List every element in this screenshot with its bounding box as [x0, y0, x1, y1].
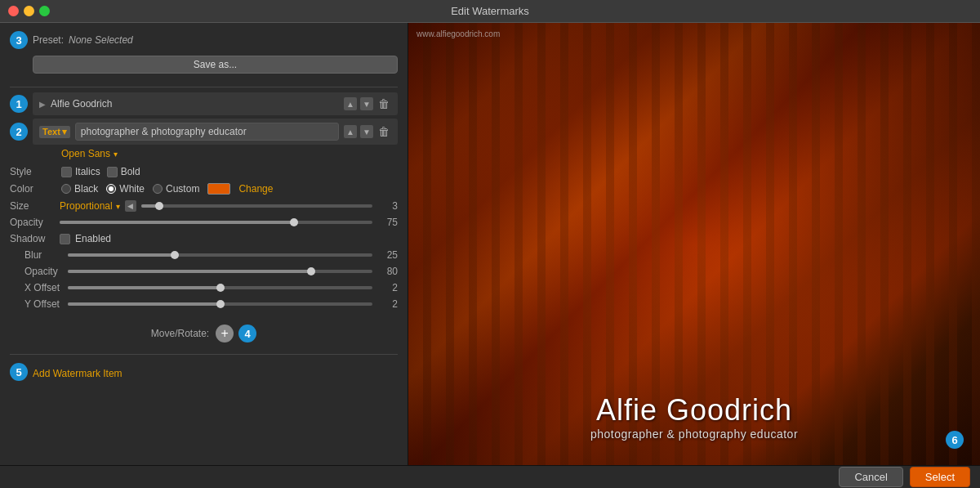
- x-offset-label: X Offset: [10, 282, 63, 293]
- shadow-opacity-slider-fill: [68, 270, 311, 273]
- shadow-header: Shadow Enabled: [10, 233, 398, 244]
- item-1-controls: ▲ ▼ 🗑: [344, 96, 391, 111]
- size-mode-text: Proportional: [60, 200, 113, 212]
- y-offset-label: Y Offset: [10, 298, 63, 310]
- color-radio-group: Black White Custom Change: [61, 183, 273, 195]
- color-white-option[interactable]: White: [106, 183, 145, 195]
- size-slider-thumb[interactable]: [155, 202, 163, 210]
- cancel-button[interactable]: Cancel: [839, 467, 902, 487]
- badge-5: 5: [10, 363, 28, 381]
- style-row: Style Italics Bold: [10, 166, 398, 177]
- watermark-name: Alfie Goodrich: [590, 393, 798, 428]
- x-offset-row: X Offset 2: [10, 282, 398, 293]
- size-label: Size: [10, 200, 55, 212]
- opacity-label: Opacity: [10, 217, 55, 228]
- add-watermark-item[interactable]: Add Watermark Item: [33, 368, 122, 379]
- shadow-opacity-label: Opacity: [10, 266, 63, 277]
- y-offset-slider-track[interactable]: [68, 302, 372, 306]
- radio-white-icon: [106, 184, 116, 194]
- badge-2: 2: [10, 123, 28, 141]
- y-offset-slider-thumb[interactable]: [216, 300, 225, 308]
- shadow-enabled-label: Enabled: [75, 233, 111, 244]
- item-1-down[interactable]: ▼: [360, 97, 373, 110]
- move-rotate-button[interactable]: +: [216, 325, 234, 342]
- shadow-opacity-slider-track[interactable]: [68, 270, 372, 273]
- main-layout: 3 Preset: None Selected Save as... 1 ▶ A…: [0, 23, 980, 465]
- select-button[interactable]: Select: [910, 467, 970, 487]
- shadow-opacity-row: Opacity 80: [10, 266, 398, 277]
- watermark-subtitle: photographer & photography educator: [590, 428, 798, 441]
- size-slider-track[interactable]: [141, 204, 372, 208]
- size-value: 3: [377, 200, 398, 212]
- color-row: Color Black White Custom Change: [10, 183, 398, 195]
- minimize-button[interactable]: [24, 6, 34, 16]
- x-offset-slider-fill: [68, 286, 220, 289]
- window-title: Edit Watermarks: [451, 5, 529, 17]
- preset-row: 3 Preset: None Selected: [10, 31, 398, 49]
- blur-slider-thumb[interactable]: [171, 251, 179, 259]
- y-offset-row: Y Offset 2: [10, 298, 398, 310]
- blur-row: Blur 25: [10, 249, 398, 261]
- badge-6: 6: [946, 431, 964, 449]
- x-offset-slider-thumb[interactable]: [216, 284, 225, 292]
- size-mode-chevron-icon: ▾: [116, 202, 120, 211]
- x-offset-value: 2: [377, 282, 398, 293]
- bottom-bar: Cancel Select: [0, 465, 980, 488]
- left-panel: 3 Preset: None Selected Save as... 1 ▶ A…: [0, 23, 408, 465]
- shadow-opacity-value: 80: [377, 266, 398, 277]
- opacity-row: Opacity 75: [10, 217, 398, 228]
- size-decrease-btn[interactable]: ◀: [125, 200, 136, 212]
- text-type-badge: Text ▾: [39, 126, 70, 138]
- style-label: Style: [10, 166, 55, 177]
- watermark-item-2[interactable]: Text ▾ ▲ ▼ 🗑: [33, 119, 398, 145]
- color-swatch[interactable]: [207, 183, 230, 195]
- item-2-up[interactable]: ▲: [344, 125, 357, 138]
- watermark-url: www.alfiegoodrich.com: [416, 29, 500, 38]
- blur-slider-track[interactable]: [68, 253, 372, 257]
- preset-value: None Selected: [69, 34, 133, 46]
- item-2-down[interactable]: ▼: [360, 125, 373, 138]
- shadow-label: Shadow: [10, 233, 55, 244]
- radio-custom-icon: [153, 184, 163, 194]
- y-offset-value: 2: [377, 298, 398, 310]
- blur-value: 25: [377, 249, 398, 261]
- font-row: Open Sans ▾: [10, 148, 398, 159]
- shadow-opacity-slider-thumb[interactable]: [307, 267, 315, 275]
- color-black-option[interactable]: Black: [61, 183, 98, 195]
- bold-checkbox[interactable]: Bold: [107, 166, 140, 177]
- x-offset-slider-track[interactable]: [68, 286, 372, 289]
- size-mode-dropdown[interactable]: Proportional ▾: [60, 200, 120, 212]
- italics-checkbox[interactable]: Italics: [61, 166, 100, 177]
- badge-4: 4: [238, 325, 256, 342]
- item-1-delete[interactable]: 🗑: [376, 96, 391, 111]
- shadow-enabled-check-icon[interactable]: [60, 234, 70, 244]
- item-2-delete[interactable]: 🗑: [376, 124, 391, 139]
- title-bar: Edit Watermarks: [0, 0, 980, 23]
- item-1-up[interactable]: ▲: [344, 97, 357, 110]
- watermark-overlay: Alfie Goodrich photographer & photograph…: [590, 393, 798, 441]
- preview-panel: www.alfiegoodrich.com Alfie Goodrich pho…: [408, 23, 980, 465]
- text-input[interactable]: [75, 123, 339, 141]
- window-controls: [8, 6, 50, 16]
- opacity-slider-track[interactable]: [60, 221, 372, 224]
- shadow-section: Shadow Enabled Blur 25 Opacity: [10, 233, 398, 315]
- close-button[interactable]: [8, 6, 19, 16]
- badge-1: 1: [10, 95, 28, 113]
- maximize-button[interactable]: [39, 6, 50, 16]
- radio-selected-indicator: [109, 186, 114, 191]
- expand-icon: ▶: [39, 100, 46, 109]
- opacity-slider-thumb[interactable]: [290, 218, 298, 226]
- separator-2: [10, 354, 398, 355]
- move-rotate-row: Move/Rotate: + 4: [10, 325, 398, 342]
- y-offset-slider-fill: [68, 302, 220, 306]
- color-custom-option[interactable]: Custom: [153, 183, 199, 195]
- change-color-link[interactable]: Change: [238, 183, 273, 195]
- bold-check-icon: [107, 167, 118, 177]
- font-name: Open Sans: [61, 148, 110, 159]
- move-rotate-label: Move/Rotate:: [151, 328, 209, 339]
- separator-1: [10, 87, 398, 87]
- save-as-button[interactable]: Save as...: [33, 56, 398, 74]
- radio-black-icon: [61, 184, 71, 194]
- watermark-item-1[interactable]: ▶ Alfie Goodrich ▲ ▼ 🗑: [33, 92, 398, 115]
- watermark-item-1-label: Alfie Goodrich: [51, 98, 339, 110]
